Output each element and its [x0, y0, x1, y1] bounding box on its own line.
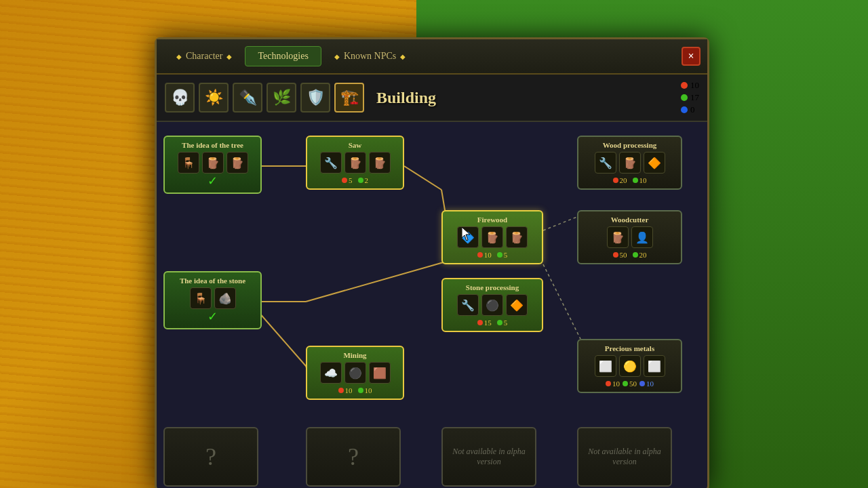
mining-cost: 10 10: [311, 386, 399, 394]
woodcutter-icon-1: 🪵: [607, 226, 629, 248]
firewood-cost-green-value: 5: [504, 251, 508, 259]
shield-tab-button[interactable]: 🛡️: [300, 83, 330, 113]
wood-processing-cost-red-value: 20: [620, 176, 627, 184]
saw-icon-2: 🪵: [344, 152, 366, 174]
stone-processing-title: Stone processing: [447, 283, 538, 291]
firewood-cost-dot-red: [477, 252, 483, 258]
stone-processing-icon-2: ⚫: [481, 294, 503, 316]
close-button[interactable]: ×: [682, 47, 701, 66]
unknown-icon-2: ?: [348, 443, 359, 471]
mining-cost-dot-green: [358, 388, 363, 393]
idea-stone-icon-1: 🪑: [190, 287, 212, 309]
precious-metals-cost-red: 10: [606, 380, 620, 388]
firewood-icons: 🔷 🪵 🪵: [447, 226, 538, 248]
wood-processing-title: Wood processing: [583, 141, 677, 149]
firewood-cost-red: 10: [477, 251, 492, 259]
firewood-node[interactable]: Firewood 🔷 🪵 🪵 10 5: [441, 210, 543, 264]
precious-metals-cost: 10 50 10: [583, 380, 677, 388]
idea-stone-node[interactable]: The idea of the stone 🪑 🪨 ✓: [163, 271, 262, 329]
mining-icons: ☁️ ⚫ 🟫: [311, 362, 399, 384]
stone-processing-icon-1: 🔧: [457, 294, 479, 316]
unavailable-text-1: Not available in alpha version: [443, 447, 535, 467]
resource-dot-green: [681, 94, 688, 101]
idea-tree-title: The idea of the tree: [169, 141, 256, 149]
svg-line-8: [543, 264, 580, 339]
idea-tree-checkmark: ✓: [169, 174, 256, 188]
mining-cost-green-value: 10: [365, 386, 372, 394]
svg-line-5: [258, 312, 306, 366]
mining-node[interactable]: Mining ☁️ ⚫ 🟫 10 10: [306, 346, 404, 400]
firewood-cost-dot-green: [497, 252, 502, 258]
wood-processing-cost: 20 10: [583, 176, 677, 184]
saw-cost-red-value: 5: [349, 176, 353, 184]
tab-known-npcs[interactable]: ◆ Known NPCs ◆: [321, 46, 418, 66]
wood-processing-node[interactable]: Wood processing 🔧 🪵 🔶 20 10: [577, 136, 682, 190]
idea-tree-node[interactable]: The idea of the tree 🪑 🪵 🪵 ✓: [163, 136, 262, 194]
stone-processing-node[interactable]: Stone processing 🔧 ⚫ 🔶 15 5: [441, 278, 543, 332]
idea-stone-icons: 🪑 🪨: [169, 287, 256, 309]
wood-processing-cost-dot-red: [613, 178, 618, 183]
woodcutter-node[interactable]: Woodcutter 🪵 👤 50 20: [577, 210, 682, 264]
idea-tree-icons: 🪑 🪵 🪵: [169, 152, 256, 174]
resource-dot-red: [681, 82, 688, 89]
precious-metals-cost-blue: 10: [639, 380, 654, 388]
stone-processing-icon-3: 🔶: [506, 294, 528, 316]
title-bar: ◆ Character ◆ Technologies ◆ Known NPCs …: [157, 39, 707, 75]
woodcutter-cost: 50 20: [583, 251, 677, 259]
precious-metals-node[interactable]: Precious metals ⬜ 🟡 ⬜ 10 50 10: [577, 339, 682, 393]
stone-processing-cost-green-value: 5: [504, 319, 508, 327]
stone-processing-icons: 🔧 ⚫ 🔶: [447, 294, 538, 316]
saw-cost-red: 5: [342, 176, 353, 184]
woodcutter-cost-red-value: 50: [620, 251, 627, 259]
mining-icon-2: ⚫: [344, 362, 366, 384]
building-tab-button[interactable]: 🏗️: [334, 83, 364, 113]
mining-cost-red: 10: [338, 386, 353, 394]
tab-technologies-label: Technologies: [258, 51, 308, 62]
wood-processing-icons: 🔧 🪵 🔶: [583, 152, 677, 174]
tab-dot-npcs-right: ◆: [400, 53, 406, 60]
svg-line-4: [306, 261, 448, 302]
unknown-icon-1: ?: [205, 443, 216, 471]
precious-metals-cost-dot-green: [623, 381, 628, 386]
saw-node[interactable]: Saw 🔧 🪵 🪵 5 2: [306, 136, 404, 190]
precious-metals-cost-green: 50: [623, 380, 637, 388]
saw-title: Saw: [311, 141, 399, 149]
wood-processing-cost-green: 10: [633, 176, 647, 184]
tab-character[interactable]: ◆ Character ◆: [163, 46, 245, 66]
wood-processing-cost-red: 20: [613, 176, 627, 184]
resource-blue-value: 0: [690, 104, 695, 115]
mining-cost-red-value: 10: [345, 386, 353, 394]
sun-tab-button[interactable]: ☀️: [199, 83, 229, 113]
precious-metals-cost-blue-value: 10: [646, 380, 654, 388]
unknown-node-2[interactable]: ?: [306, 427, 401, 487]
unknown-node-1[interactable]: ?: [163, 427, 258, 487]
precious-metals-icon-3: ⬜: [644, 355, 665, 377]
idea-stone-title: The idea of the stone: [169, 277, 256, 285]
feather-tab-button[interactable]: ✒️: [233, 83, 262, 113]
stone-processing-cost-dot-red: [477, 320, 483, 325]
tab-known-npcs-label: Known NPCs: [344, 51, 396, 62]
firewood-icon-2: 🪵: [481, 226, 503, 248]
tech-tree-content: The idea of the tree 🪑 🪵 🪵 ✓ Saw 🔧 🪵 🪵 5: [157, 122, 707, 488]
stone-processing-cost-red-value: 15: [484, 319, 492, 327]
skull-tab-button[interactable]: 💀: [165, 83, 195, 113]
mining-cost-dot-red: [338, 388, 344, 393]
tab-technologies[interactable]: Technologies: [245, 46, 321, 66]
saw-cost-green: 2: [358, 176, 369, 184]
woodcutter-icons: 🪵 👤: [583, 226, 677, 248]
saw-cost: 5 2: [311, 176, 399, 184]
section-title: Building: [376, 89, 436, 107]
idea-stone-checkmark: ✓: [169, 309, 256, 324]
woodcutter-icon-2: 👤: [631, 226, 653, 248]
resource-green-value: 17: [690, 92, 699, 103]
saw-icons: 🔧 🪵 🪵: [311, 152, 399, 174]
unavailable-node-1: Not available in alpha version: [441, 427, 536, 487]
resource-row-red: 10: [681, 80, 699, 91]
stone-processing-cost: 15 5: [447, 319, 538, 327]
mining-icon-3: 🟫: [369, 362, 391, 384]
woodcutter-cost-green-value: 20: [639, 251, 647, 259]
leaf-tab-button[interactable]: 🌿: [267, 83, 296, 113]
idea-tree-icon-3: 🪵: [226, 152, 248, 174]
resource-red-value: 10: [690, 80, 699, 91]
idea-stone-icon-2: 🪨: [214, 287, 236, 309]
